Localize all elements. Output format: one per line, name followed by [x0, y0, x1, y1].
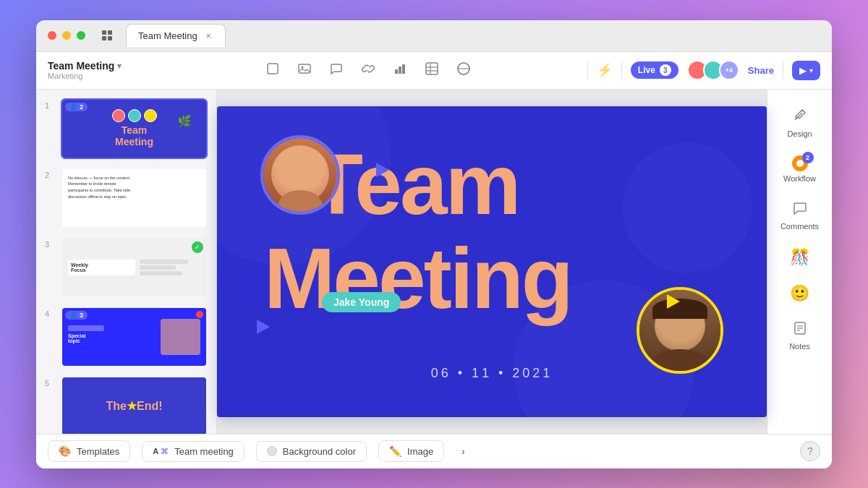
- lightning-icon[interactable]: ⚡: [597, 62, 613, 78]
- toolbar-divider-3: [783, 61, 783, 79]
- toolbar-divider-2: [621, 61, 622, 79]
- weekly-focus-label: WeeklyFocus: [71, 262, 132, 273]
- svg-rect-2: [102, 36, 106, 40]
- reactions-icon: 🎊: [790, 248, 809, 267]
- insert-shape-icon[interactable]: [265, 61, 280, 80]
- comments-label: Comments: [780, 222, 819, 231]
- bg-decoration-3: [622, 142, 752, 273]
- arrow-deco-1: [376, 163, 389, 177]
- comments-icon: [792, 200, 808, 219]
- toolbar: Team Meeting ▾ Marketing: [36, 52, 832, 90]
- insert-image-icon[interactable]: [297, 61, 312, 80]
- share-button[interactable]: Share: [748, 65, 774, 76]
- tab-close-icon[interactable]: ✕: [203, 31, 213, 41]
- slide-number-2: 2: [45, 171, 55, 179]
- emoji-tool[interactable]: 🙂: [767, 278, 832, 309]
- slide-thumb-2[interactable]: No discuss — focus on the content Rememb…: [61, 168, 208, 228]
- slide-preview-1: 👤 2 TeamMeeting 🌿: [62, 100, 206, 158]
- name-tag[interactable]: Jake Young: [322, 292, 401, 312]
- bg-color-icon: [267, 446, 277, 456]
- slide-item-2[interactable]: 2 No discuss — focus on the content Reme…: [45, 168, 208, 228]
- slide-4-image: [161, 319, 200, 355]
- slide-thumb-5[interactable]: The★End!: [61, 376, 208, 434]
- document-title[interactable]: Team Meeting ▾: [48, 60, 149, 72]
- slide-date: 06 • 11 • 2021: [431, 366, 553, 381]
- slide-2-text: No discuss — focus on the content Rememb…: [68, 175, 130, 200]
- svg-rect-3: [108, 36, 112, 40]
- avatar-stack: +4: [687, 60, 739, 80]
- close-button[interactable]: [48, 31, 56, 40]
- insert-link-icon[interactable]: [361, 61, 375, 80]
- present-button[interactable]: ▶ ▾: [792, 61, 820, 80]
- slide-item-1[interactable]: 1 👤 2 TeamMeeting: [45, 98, 208, 159]
- insert-embed-icon[interactable]: [456, 61, 471, 80]
- templates-button[interactable]: 🎨 Templates: [48, 440, 130, 462]
- play-dropdown-icon: ▾: [809, 67, 813, 74]
- slide-check-icon: ✓: [192, 241, 203, 253]
- notes-tool[interactable]: Notes: [767, 314, 832, 356]
- toolbar-divider: [587, 61, 588, 79]
- svg-rect-5: [299, 64, 310, 73]
- workflow-tool[interactable]: 2 Workflow: [767, 150, 832, 189]
- badge-icon: 👤: [69, 103, 77, 111]
- slide-preview-4: 👤 3 Specialtopic: [62, 308, 206, 366]
- title-bar: Team Meeting ✕: [36, 20, 832, 52]
- slide-number-4: 4: [45, 309, 55, 318]
- design-label: Design: [787, 129, 812, 138]
- canvas-area: Team Meeting: [217, 90, 767, 434]
- slide-preview-3: ✓ WeeklyFocus: [62, 239, 206, 296]
- more-options-button[interactable]: ›: [456, 443, 470, 460]
- avatar-more: +4: [719, 60, 739, 80]
- window-controls: [48, 31, 85, 40]
- help-button[interactable]: ?: [800, 441, 820, 461]
- templates-icon: 🎨: [59, 445, 71, 457]
- insert-table-icon[interactable]: [425, 61, 439, 80]
- svg-rect-0: [102, 30, 106, 35]
- end-text: The★End!: [106, 399, 163, 413]
- slide-number-5: 5: [45, 379, 55, 388]
- minimize-button[interactable]: [62, 31, 71, 40]
- theme-icon: A ⌘: [153, 447, 169, 456]
- toolbar-right: ⚡ Live 3 +4 Share ▶ ▾: [587, 60, 820, 80]
- right-sidebar: Design 2 Workflow Comments: [767, 90, 832, 434]
- theme-button[interactable]: A ⌘ Team meeting: [142, 441, 244, 462]
- slide-number-1: 1: [45, 101, 55, 110]
- toolbar-center: [149, 61, 587, 80]
- special-topic-label: Specialtopic: [68, 333, 158, 343]
- person-avatar-2: [637, 287, 723, 374]
- slide-thumb-3[interactable]: ✓ WeeklyFocus: [61, 237, 208, 298]
- document-subtitle: Marketing: [48, 72, 149, 80]
- slide-thumb-1[interactable]: 👤 2 TeamMeeting 🌿: [61, 98, 208, 159]
- svg-rect-1: [108, 30, 112, 35]
- tab-team-meeting[interactable]: Team Meeting ✕: [126, 24, 226, 47]
- slide-panel: 1 👤 2 TeamMeeting: [36, 90, 217, 434]
- bg-color-button[interactable]: Background color: [256, 441, 367, 462]
- red-dot-4: [196, 311, 203, 318]
- slide-thumb-4[interactable]: 👤 3 Specialtopic: [61, 307, 208, 367]
- design-tool[interactable]: Design: [767, 101, 832, 144]
- slide-item-5[interactable]: 5 The★End!: [45, 376, 208, 434]
- slide-title-meeting: Meeting: [264, 240, 571, 317]
- insert-chart-icon[interactable]: [393, 61, 407, 80]
- image-icon: ✏️: [389, 445, 401, 457]
- insert-comment-icon[interactable]: [329, 61, 344, 80]
- slide-item-4[interactable]: 4 👤 3 Specialtopic: [45, 307, 208, 367]
- image-button[interactable]: ✏️ Image: [378, 440, 444, 462]
- chevron-right-icon: ›: [461, 446, 464, 457]
- slide-4-chip: [68, 325, 104, 331]
- slide-title-team: Team: [311, 146, 519, 223]
- workflow-badge: 2: [802, 152, 814, 163]
- grid-icon[interactable]: [97, 25, 117, 46]
- slide-item-3[interactable]: 3 ✓ WeeklyFocus: [45, 237, 208, 298]
- slide-preview-5: The★End!: [62, 377, 206, 434]
- arrow-deco-3: [667, 294, 680, 309]
- tab-label: Team Meeting: [138, 30, 197, 41]
- maximize-button[interactable]: [77, 31, 85, 40]
- slide-badge-4: 👤 3: [65, 311, 88, 320]
- tab-area: Team Meeting ✕: [126, 24, 820, 47]
- live-badge: Live 3: [631, 61, 678, 79]
- live-count: 3: [660, 64, 671, 76]
- presentation-slide[interactable]: Team Meeting: [217, 106, 767, 417]
- reactions-tool[interactable]: 🎊: [767, 242, 832, 273]
- comments-tool[interactable]: Comments: [767, 194, 832, 236]
